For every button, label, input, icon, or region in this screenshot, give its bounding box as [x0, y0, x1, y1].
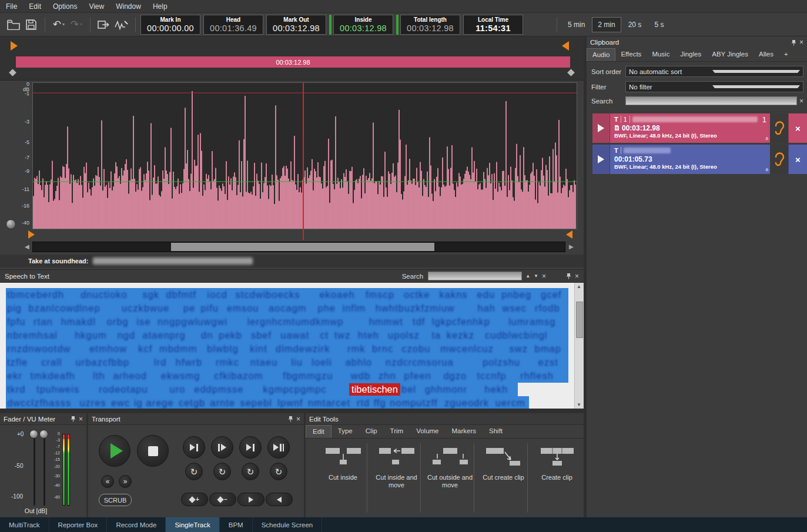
transcript-word[interactable]: edu [476, 289, 501, 300]
close-icon[interactable]: × [575, 273, 579, 280]
transcript-word[interactable]: ekoaeh [318, 289, 364, 300]
fader-track-left[interactable] [34, 434, 35, 506]
transcript-word[interactable]: urbazcfbbp [75, 357, 153, 368]
menu-edit[interactable]: Edit [23, 1, 47, 12]
item-remove-button[interactable]: × [788, 113, 807, 143]
fader-knob-right[interactable] [39, 430, 48, 439]
stt-search-input[interactable] [428, 272, 522, 280]
transcript-word[interactable]: kezkz [446, 330, 484, 341]
tab-add[interactable]: + [779, 48, 793, 61]
fader-knob-left[interactable] [29, 430, 38, 439]
transcript-line[interactable]: tzflecrallurbazcfbbplrdhfwrbrmkcntaeuliu… [6, 356, 568, 369]
transcript-word[interactable]: swz [508, 343, 534, 354]
screen-reporter-box[interactable]: Reporter Box [49, 517, 108, 532]
play-to-markout-button[interactable] [183, 436, 205, 459]
fader-track-right[interactable] [43, 434, 45, 506]
cut-inside-and-move-button[interactable]: Cut inside and move [370, 439, 423, 517]
transcript-word[interactable]: pe [182, 303, 199, 314]
pin-icon[interactable] [791, 39, 796, 46]
transcript-word[interactable]: uercm [494, 397, 529, 409]
waveform-editor-button[interactable] [113, 16, 130, 34]
region-handle-right-icon[interactable] [567, 69, 575, 76]
transcript-word[interactable]: ig [133, 397, 145, 409]
transcript-word[interactable]: nzdcrcmsorua [384, 357, 481, 368]
transcript-line[interactable]: tkrdtpuhweisrodeotapuuroeddpmssekgmpcpgm… [6, 383, 518, 396]
screen-schedule[interactable]: Schedule Screen [253, 517, 323, 532]
marker-add-button[interactable]: + [181, 493, 208, 506]
clipboard-item-1[interactable]: T 1 1 00:03:12.98 BWF, Linear; 48.0 kHz,… [592, 113, 807, 143]
transcript-word[interactable]: pifu [199, 303, 226, 314]
transcript-word[interactable]: nomputzff [389, 397, 443, 409]
transcript-word[interactable]: bzanlcowdlnep [27, 303, 120, 314]
transcript-word[interactable]: ntaeu [249, 357, 290, 368]
transcript-word[interactable]: fmscp [364, 289, 403, 300]
search-prev-icon[interactable]: ▲ [525, 273, 530, 279]
transcript-line[interactable]: tbmceberdhdnuctiokosgkdbfmtfiocdstcdwibo… [6, 288, 568, 302]
hscroll-thumb[interactable] [171, 243, 434, 251]
item-play-button[interactable] [592, 145, 610, 174]
transcript-word[interactable]: uczkbwue [120, 303, 182, 314]
transcript-word[interactable]: rnzdnwootdw [6, 343, 88, 354]
transcript-word[interactable]: nbremhsal [6, 330, 73, 341]
hscroll-track[interactable] [32, 242, 565, 252]
transcript-word[interactable]: rmk [346, 343, 371, 354]
close-icon[interactable]: × [296, 416, 300, 423]
transcript-word[interactable]: emsou [226, 303, 267, 314]
transcript-word[interactable]: abhlo [344, 357, 384, 368]
transcript-word[interactable]: loeli [310, 357, 344, 368]
prelisten-button[interactable] [770, 145, 788, 174]
marker-delete-button[interactable]: − [209, 493, 236, 506]
scroll-up-icon[interactable]: ▲ [577, 284, 581, 289]
transcript-word[interactable]: hfwrb [175, 357, 215, 368]
tab-clip[interactable]: Clip [359, 425, 384, 438]
scroll-down-icon[interactable]: ▼ [577, 402, 581, 407]
transcript-word[interactable]: rtan [32, 316, 59, 327]
filter-select[interactable]: No filter [625, 81, 803, 92]
transcript-word[interactable]: arnte [209, 397, 239, 409]
transcript-word[interactable]: etmhow [88, 343, 137, 354]
transcript-word[interactable]: dn [200, 330, 217, 341]
transcript-word[interactable]: pnbeg [500, 289, 540, 300]
stt-vscrollbar[interactable]: ▲ ▼ [574, 283, 584, 409]
highlighted-word[interactable]: tibetischen [349, 383, 400, 396]
waveform-display[interactable] [32, 82, 577, 229]
transcript-word[interactable]: hekh [484, 384, 518, 395]
transcript-word[interactable]: hmakdl [60, 316, 106, 327]
transcript-word[interactable]: kcf [137, 343, 158, 354]
loop-3-button[interactable]: ↻ [242, 463, 259, 480]
tab-effects[interactable]: Effects [615, 48, 647, 61]
transcript-word[interactable]: arheod [112, 370, 160, 382]
menu-help[interactable]: Help [147, 1, 173, 12]
skip-forward-button[interactable]: » [119, 475, 132, 488]
transcript-word[interactable]: pekb [217, 330, 250, 341]
transcript-line[interactable]: pigbzanlcowdlnepuczkbwuepepifuemsouaocag… [6, 302, 568, 315]
tab-aby-jingles[interactable]: ABY Jingles [706, 48, 754, 61]
gain-knob[interactable] [6, 219, 16, 229]
playhead-cursor[interactable] [303, 82, 304, 240]
close-icon[interactable]: × [79, 416, 83, 423]
transcript-word[interactable]: wdb [350, 370, 377, 382]
screen-singletrack[interactable]: SingleTrack [166, 517, 219, 532]
redo-button[interactable]: ↷▾ [68, 16, 85, 34]
transcript-line[interactable]: dwcclzfhasssuzresewcigaregecetgbarntesep… [6, 396, 529, 409]
transcript-word[interactable]: orbg [106, 316, 136, 327]
tab-type[interactable]: Type [331, 425, 359, 438]
transcript-word[interactable]: uawat [279, 330, 319, 341]
save-button[interactable] [22, 16, 40, 34]
transcript-word[interactable]: uzres [78, 397, 110, 409]
transcript-word[interactable]: sbef [250, 330, 279, 341]
play-pause-button[interactable] [267, 436, 290, 459]
transcript-word[interactable]: kint [249, 343, 274, 354]
transcript-word[interactable]: kakns [438, 289, 476, 300]
transcript-word[interactable]: sgk [141, 289, 165, 300]
transcript-word[interactable]: ise [135, 316, 156, 327]
transcript-word[interactable]: rodeotapu [98, 384, 168, 395]
transcript-word[interactable]: hkgum [73, 330, 116, 341]
zoom-2min-button[interactable]: 2 min [592, 17, 621, 32]
menu-window[interactable]: Window [110, 1, 147, 12]
cut-inside-button[interactable]: Cut inside [316, 439, 370, 517]
transcript-word[interactable]: dnuctioko [79, 289, 141, 300]
transcript-word[interactable]: lpwnf [276, 397, 307, 409]
transcript-word[interactable]: eddpmsse [193, 384, 262, 395]
tab-alles[interactable]: Alles [754, 48, 779, 61]
